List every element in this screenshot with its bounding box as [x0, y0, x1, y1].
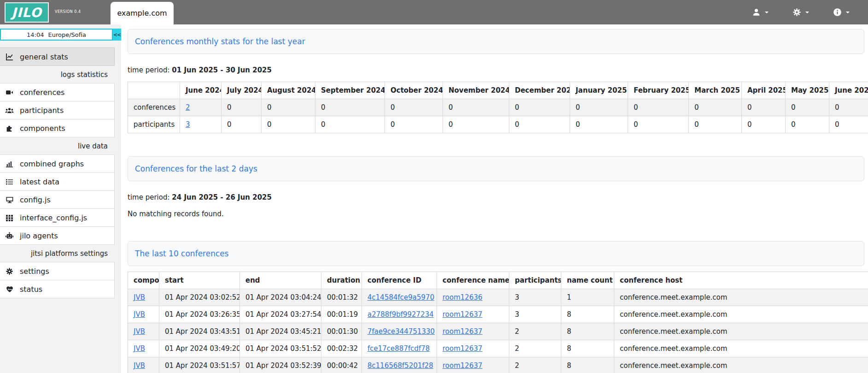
table-link[interactable]: room12636	[443, 293, 483, 302]
settings-menu[interactable]	[792, 8, 809, 17]
table-cell: 8c116568f5201f28	[362, 357, 437, 373]
sidebar-item-settings[interactable]: settings	[0, 262, 115, 280]
table-link[interactable]: JVB	[134, 361, 145, 370]
sidebar-item-interface-config-js[interactable]: interface_config.js	[0, 208, 115, 227]
table-link[interactable]: room12637	[443, 361, 483, 370]
table-link[interactable]: JVB	[134, 310, 145, 319]
list-icon	[5, 178, 14, 186]
column-header: September 2024	[315, 82, 385, 99]
column-header: name count	[561, 272, 614, 289]
table-link[interactable]: a2788f9bf9927234	[367, 310, 434, 319]
table-cell: conference.meet.example.com	[614, 323, 868, 340]
table-cell: 0	[570, 99, 628, 116]
table-cell: 0	[742, 116, 786, 133]
table-cell: 01 Apr 2024 03:26:35	[159, 306, 240, 323]
table-cell: 0	[570, 116, 628, 133]
sidebar-item-label: participants	[20, 106, 64, 115]
column-header: March 2025	[689, 82, 742, 99]
table-link[interactable]: JVB	[134, 327, 145, 336]
column-header: August 2024	[262, 82, 315, 99]
puzzle-icon	[5, 124, 14, 132]
table-link[interactable]: 3	[186, 120, 190, 129]
sidebar-item-combined-graphs[interactable]: combined graphs	[0, 154, 115, 173]
table-cell: 01 Apr 2024 03:51:52	[240, 340, 321, 357]
table-cell: 0	[221, 116, 262, 133]
sidebar-item-conferences[interactable]: conferences	[0, 83, 115, 101]
column-header: June 2024	[180, 82, 221, 99]
table-cell: 01 Apr 2024 03:04:24	[240, 289, 321, 306]
sidebar-section-label: logs statistics	[0, 66, 115, 83]
table-link[interactable]: room12637	[443, 310, 483, 319]
sidebar-section-label: jitsi platforms settings	[0, 245, 115, 262]
info-menu[interactable]	[833, 8, 850, 17]
table-cell: conference.meet.example.com	[614, 340, 868, 357]
table-cell: 3	[509, 306, 561, 323]
table-cell: 8	[561, 306, 614, 323]
table-cell: 01 Apr 2024 03:27:54	[240, 306, 321, 323]
column-header: conference ID	[362, 272, 437, 289]
top-bar: JILO VERSION 0.4 example.com	[0, 0, 868, 24]
table-cell: room12637	[437, 323, 509, 340]
column-header: October 2024	[385, 82, 443, 99]
row-label: participants	[128, 116, 180, 133]
table-link[interactable]: room12637	[443, 327, 483, 336]
monthly-stats-table: June 2024July 2024August 2024September 2…	[128, 82, 868, 133]
sidebar-collapse-button[interactable]: <<	[113, 29, 121, 41]
table-cell: 0	[786, 99, 829, 116]
table-cell: JVB	[128, 340, 159, 357]
table-link[interactable]: JVB	[134, 344, 145, 353]
sidebar-item-general-stats[interactable]: general stats	[0, 47, 115, 66]
table-cell: 00:01:19	[321, 306, 362, 323]
table-cell: 2	[509, 323, 561, 340]
table-cell: 2	[509, 357, 561, 373]
table-cell: 8	[561, 323, 614, 340]
table-link[interactable]: JVB	[134, 293, 145, 302]
panel-last-2-days-title[interactable]: Conferences for the last 2 days	[135, 164, 257, 173]
sidebar-menu: general statslogs statisticsconferencesp…	[0, 47, 121, 298]
table-cell: room12636	[437, 289, 509, 306]
table-cell: 0	[221, 99, 262, 116]
table-link[interactable]: fce17ce887fcdf78	[367, 344, 430, 353]
table-link[interactable]: 2	[186, 103, 190, 112]
gear-icon	[5, 267, 14, 275]
table-cell: room12637	[437, 340, 509, 357]
table-cell: 3	[180, 116, 221, 133]
table-cell: 0	[385, 116, 443, 133]
sidebar-item-participants[interactable]: participants	[0, 101, 115, 119]
table-cell: 01 Apr 2024 03:51:57	[159, 357, 240, 373]
panel-last-10-conferences-title[interactable]: The last 10 conferences	[135, 249, 229, 258]
column-header: February 2025	[628, 82, 689, 99]
sidebar-item-components[interactable]: components	[0, 119, 115, 137]
gear-icon	[792, 8, 801, 17]
sidebar-item-config-js[interactable]: config.js	[0, 190, 115, 209]
table-cell: room12637	[437, 357, 509, 373]
table-cell: 0	[509, 116, 570, 133]
sidebar-item-label: interface_config.js	[20, 213, 87, 222]
sidebar-item-latest-data[interactable]: latest data	[0, 172, 115, 191]
table-cell: JVB	[128, 357, 159, 373]
table-cell: 00:01:32	[321, 289, 362, 306]
table-link[interactable]: 4c14584fce9a5970	[367, 293, 434, 302]
table-cell: JVB	[128, 306, 159, 323]
table-link[interactable]: 8c116568f5201f28	[367, 361, 433, 370]
table-cell: conference.meet.example.com	[614, 357, 868, 373]
tab-platform[interactable]: example.com	[111, 2, 174, 24]
sidebar-item-jilo-agents[interactable]: jilo agents	[0, 226, 115, 245]
table-link[interactable]: room12637	[443, 344, 483, 353]
app-logo[interactable]: JILO	[5, 2, 49, 23]
version-label: VERSION 0.4	[55, 10, 81, 14]
sidebar-item-status[interactable]: status	[0, 280, 115, 298]
table-link[interactable]: 7fae9ce344751330	[367, 327, 435, 336]
table-cell: 0	[829, 99, 868, 116]
user-menu[interactable]	[752, 8, 769, 17]
column-header: May 2025	[786, 82, 829, 99]
table-row: participants3000000000000	[128, 116, 868, 133]
column-header: component	[128, 272, 159, 289]
table-cell: room12637	[437, 306, 509, 323]
sidebar-item-label: latest data	[20, 178, 59, 186]
caret-down-icon	[765, 12, 769, 13]
table-cell: 4c14584fce9a5970	[362, 289, 437, 306]
users-icon	[5, 107, 14, 114]
panel-monthly-stats-title[interactable]: Conferences monthly stats for the last y…	[135, 37, 305, 46]
last-conferences-table-wrap: componentstartenddurationconference IDco…	[128, 272, 868, 373]
